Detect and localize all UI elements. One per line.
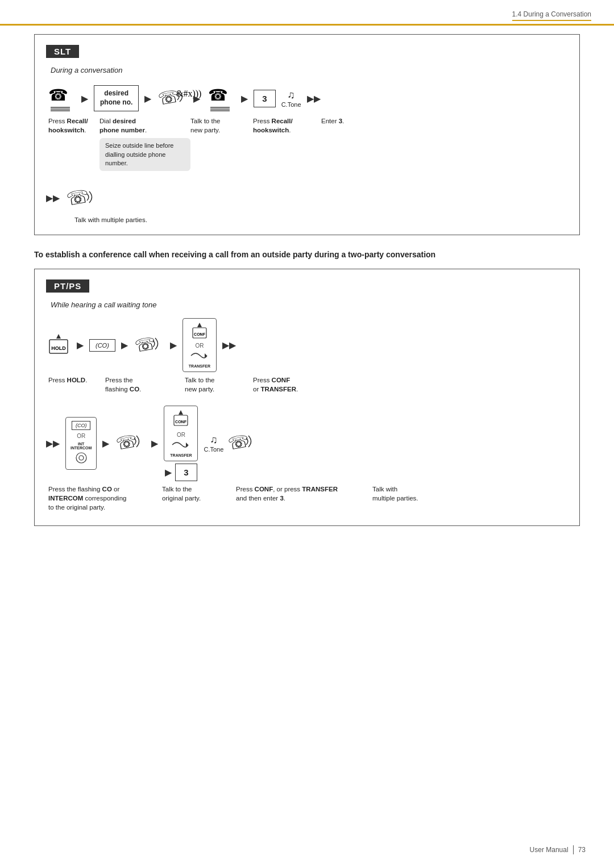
- ptps-title: PT/PS: [46, 279, 89, 293]
- ptps-arrow-5: ▶: [151, 438, 158, 449]
- footer: User Manual 73: [530, 845, 586, 854]
- desc-press-recall: Press Recall/hookswitch.: [48, 116, 99, 171]
- conf-transfer-3-group: CONF OR TRANSFER: [164, 406, 198, 481]
- ptps-double-arrow-2: ▶▶: [46, 438, 60, 449]
- svg-text:☏: ☏: [133, 333, 157, 356]
- slt-flow-row: ☎ ▶ desiredphone no. ▶ ☏ &#: [46, 84, 568, 113]
- arrow-2: ▶: [144, 93, 151, 104]
- section-title: 1.4 During a Conversation: [512, 10, 591, 18]
- hold-icon: HOLD: [46, 333, 71, 358]
- section-heading: To establish a conference call when rece…: [34, 249, 580, 261]
- ptps-arrow-2: ▶: [121, 340, 128, 350]
- multi-icon-box: (CO) OR INTINTERCOM: [65, 417, 97, 470]
- conf-transfer-box-1: CONF OR TRANSFER: [182, 318, 217, 372]
- ptps-arrow-3: ▶: [170, 340, 177, 350]
- footer-label: User Manual: [530, 846, 569, 854]
- slt-subtitle: During a conversation: [51, 66, 568, 74]
- desc-talk-new: Talk to thenew party.: [190, 116, 253, 171]
- slt-second-desc: Talk with multiple parties.: [74, 216, 568, 223]
- slt-title: SLT: [46, 45, 79, 58]
- ptps-arrow-1: ▶: [77, 340, 84, 350]
- top-rule: [0, 24, 614, 26]
- ctone-icon: ♫ C.Tone: [281, 89, 301, 108]
- desc-talk-multiple: Talk withmultiple parties.: [372, 485, 446, 512]
- transfer-icon-2: TRANSFER: [170, 438, 192, 457]
- ptps-handset-3: ☏: [227, 429, 258, 457]
- slt-diagram-box: SLT During a conversation ☎ ▶ desiredpho…: [34, 34, 580, 235]
- phone-icon-2: ☎: [206, 84, 235, 113]
- svg-text:☎: ☎: [48, 86, 68, 104]
- desc-dial-desired: Dial desiredphone number. Seize outside …: [99, 116, 190, 171]
- handset-signal-2: ☏: [65, 182, 99, 213]
- desc-press-co-int: Press the flashing CO orINTERCOM corresp…: [48, 485, 162, 512]
- number-3-box: 3: [254, 90, 275, 107]
- ptps-handset-1: ☏: [134, 331, 164, 360]
- phone-icon-1: ☎: [46, 84, 76, 113]
- slt-flow-row-2: ▶▶ ☏: [46, 182, 568, 213]
- desc-press-hold: Press HOLD.: [48, 375, 105, 394]
- ptps-flow-row-1: HOLD ▶ (CO) ▶ ☏ ▶: [46, 318, 568, 372]
- svg-marker-11: [56, 334, 61, 339]
- ctone-2: ♫ C.Tone: [204, 434, 223, 453]
- svg-marker-15: [197, 323, 202, 327]
- ptps-subtitle: While hearing a call waiting tone: [51, 301, 568, 309]
- svg-text:☏: ☏: [65, 186, 91, 210]
- desc-talk-new-2: Talk to thenew party.: [185, 375, 253, 394]
- svg-text:CONF: CONF: [194, 332, 206, 336]
- ptps-desc-row-1: Press HOLD. Press theflashing CO. Talk t…: [48, 375, 568, 394]
- ptps-arrow-4: ▶: [102, 438, 109, 449]
- transfer-icon: TRANSFER: [189, 349, 210, 368]
- svg-point-20: [79, 456, 84, 460]
- conf-icon-2: CONF: [172, 410, 189, 432]
- svg-point-19: [76, 453, 86, 463]
- desc-press-recall2: Press Recall/hookswitch.: [253, 116, 321, 171]
- number-3-box-2: 3: [175, 464, 197, 481]
- footer-divider: [573, 845, 574, 854]
- desc-enter3: Enter 3.: [321, 116, 367, 171]
- svg-text:☏: ☏: [226, 431, 251, 453]
- slt-desc-row: Press Recall/hookswitch. Dial desiredpho…: [48, 116, 568, 171]
- desired-phone-box: desiredphone no.: [94, 85, 139, 111]
- desc-press-conf-transfer: Press CONF, or press TRANSFERand then en…: [236, 485, 372, 512]
- conf-icon: CONF: [191, 322, 208, 343]
- down-arrow: ▶: [165, 467, 172, 478]
- section-header: 1.4 During a Conversation: [512, 10, 591, 21]
- arrow-4: ▶: [241, 93, 248, 104]
- desc-talk-original: Talk to theoriginal party.: [162, 485, 236, 512]
- co-box: (CO): [89, 339, 115, 352]
- ptps-flow-row-2: ▶▶ (CO) OR INTINTERCOM ▶: [46, 406, 568, 481]
- svg-text:☏: ☏: [114, 431, 139, 453]
- ctone-handset-group: ♫ C.Tone ☏: [204, 429, 258, 457]
- arrow-3: ▶: [193, 93, 200, 104]
- handset-signal-1: ☏ &#x))): [157, 84, 188, 112]
- ptps-handset-2: ☏: [115, 429, 146, 457]
- callout-seize: Seize outside line beforedialling outsid…: [99, 138, 190, 171]
- ptps-desc-row-2: Press the flashing CO orINTERCOM corresp…: [48, 485, 568, 512]
- page-number: 73: [578, 846, 586, 854]
- conf-transfer-box-2: CONF OR TRANSFER: [164, 406, 198, 461]
- double-arrow-2: ▶▶: [46, 193, 60, 203]
- arrow-1: ▶: [81, 93, 88, 104]
- double-arrow-1: ▶▶: [307, 93, 321, 104]
- svg-text:CONF: CONF: [175, 420, 187, 424]
- svg-text:HOLD: HOLD: [51, 345, 66, 351]
- ptps-diagram-box: PT/PS While hearing a call waiting tone …: [34, 269, 580, 525]
- desc-press-co: Press theflashing CO.: [105, 375, 185, 394]
- ptps-double-arrow-1: ▶▶: [222, 340, 236, 350]
- svg-text:☎: ☎: [208, 86, 228, 104]
- desc-press-conf: Press CONFor TRANSFER.: [253, 375, 338, 394]
- svg-marker-22: [179, 410, 183, 415]
